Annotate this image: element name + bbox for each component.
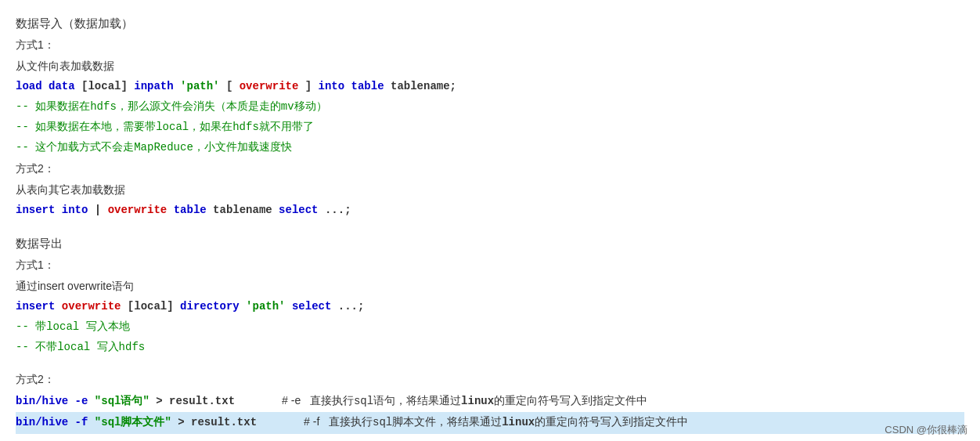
kw-into: into table — [319, 80, 384, 92]
kw-insert1: insert into — [16, 204, 88, 216]
section2-method1-label: 方式1： — [16, 255, 964, 275]
str-sql-e: "sql语句" — [95, 395, 150, 407]
code-ellipsis1: ...; — [325, 204, 351, 216]
comment-text-e3: 的重定向符号写入到指定文件中 — [494, 394, 647, 407]
kw-load: load data — [16, 80, 75, 92]
section1-method2-label: 方式2： — [16, 159, 964, 179]
kw-overwrite1: overwrite — [240, 80, 299, 92]
comment-text-e2: 语句，将结果通过 — [373, 394, 461, 407]
comment-text-f2: 脚本文件，将结果通过 — [392, 415, 502, 428]
kw-inpath: inpath — [134, 80, 173, 92]
code-space2: [ — [226, 80, 232, 92]
kw-insert2: insert — [16, 300, 55, 313]
kw-linux-f: linux — [502, 416, 535, 428]
code-hive-e: bin/hive -e "sql语句" > result.txt — [16, 392, 235, 411]
comment-text-e: 直接执行 — [310, 394, 354, 407]
code-tablename1: tablename; — [391, 80, 456, 92]
comment-text-f3: 的重定向符号写入到指定文件中 — [535, 415, 688, 428]
code-tablename2: tablename — [213, 204, 279, 216]
kw-sql-e: sql — [354, 395, 373, 407]
code-redirect-e: > result.txt — [156, 395, 235, 407]
comment-sharp-f: # -f — [304, 415, 326, 428]
code-hive-f: bin/hive -f "sql脚本文件" > result.txt — [16, 414, 257, 432]
code-redirect-f: > result.txt — [178, 416, 257, 428]
spacer1 — [16, 222, 964, 233]
comment-sharp-e: # -e — [282, 394, 307, 407]
kw-linux-e: linux — [461, 395, 494, 407]
comment1-2: -- 如果数据在本地，需要带local，如果在hdfs就不用带了 — [16, 118, 964, 137]
kw-binhive-e: bin/hive -e — [16, 395, 88, 407]
code-hive-f-row: bin/hive -f "sql脚本文件" > result.txt # -f … — [16, 412, 964, 434]
spacer2 — [16, 359, 964, 370]
kw-overwrite2: overwrite — [108, 204, 168, 216]
str-path2: 'path' — [246, 300, 285, 313]
comment1-1: -- 如果数据在hdfs，那么源文件会消失（本质是走的mv移动） — [16, 98, 964, 117]
section1-method1-desc: 从文件向表加载数据 — [16, 56, 964, 76]
code-insert-into: insert into | overwrite table tablename … — [16, 201, 964, 220]
comment-hive-e: # -e 直接执行sql语句，将结果通过linux的重定向符号写入到指定文件中 — [282, 391, 647, 411]
section1-method2-desc: 从表向其它表加载数据 — [16, 180, 964, 200]
code-bracket-local: [local] — [81, 80, 134, 92]
kw-binhive-f: bin/hive -f — [16, 416, 88, 428]
code-load-data: load data [local] inpath 'path' [ overwr… — [16, 78, 964, 96]
str-sql-f: "sql脚本文件" — [95, 416, 171, 428]
comment1-3: -- 这个加载方式不会走MapReduce，小文件加载速度快 — [16, 139, 964, 157]
kw-select1: select — [279, 204, 318, 216]
comment-text-f: 直接执行 — [329, 415, 373, 428]
comment2-2: -- 不带local 写入hdfs — [16, 338, 964, 357]
comment2-1: -- 带local 写入本地 — [16, 318, 964, 337]
code-space5: [local] — [128, 300, 180, 313]
kw-select2: select — [292, 300, 331, 313]
section2-title: 数据导出 — [16, 233, 964, 254]
code-pipe: | — [95, 204, 101, 216]
kw-overwrite3: overwrite — [62, 300, 121, 313]
str-path1: 'path' — [180, 80, 219, 92]
main-content: 数据导入（数据加载） 方式1： 从文件向表加载数据 load data [loc… — [0, 0, 980, 441]
section2-method2-label: 方式2： — [16, 370, 964, 389]
code-space3: ] — [305, 80, 319, 92]
kw-sql-f: sql — [373, 416, 392, 428]
section2-method1-desc: 通过insert overwrite语句 — [16, 277, 964, 296]
section1-method1-label: 方式1： — [16, 35, 964, 55]
code-ellipsis2: ...; — [338, 300, 365, 313]
watermark: CSDN @你很棒滴 — [885, 421, 967, 439]
code-hive-e-row: bin/hive -e "sql语句" > result.txt # -e 直接… — [16, 391, 964, 413]
page-title: 数据导入（数据加载） — [16, 13, 964, 34]
kw-table1: table — [174, 204, 207, 216]
kw-directory: directory — [180, 300, 240, 313]
comment-hive-f: # -f 直接执行sql脚本文件，将结果通过linux的重定向符号写入到指定文件… — [304, 412, 688, 432]
code-insert-overwrite: insert overwrite [local] directory 'path… — [16, 298, 964, 316]
